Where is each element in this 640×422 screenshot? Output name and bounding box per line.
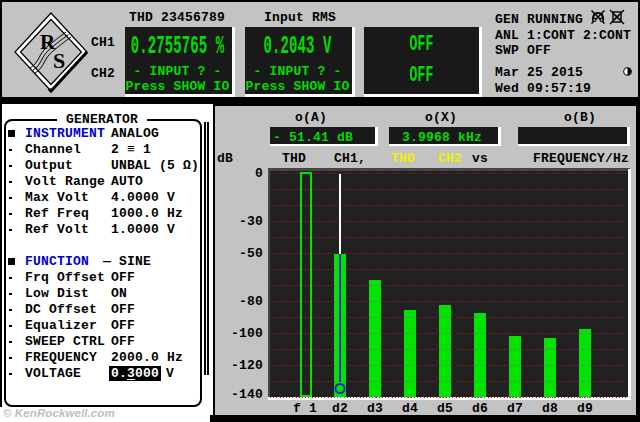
svg-text:S: S <box>53 48 65 73</box>
